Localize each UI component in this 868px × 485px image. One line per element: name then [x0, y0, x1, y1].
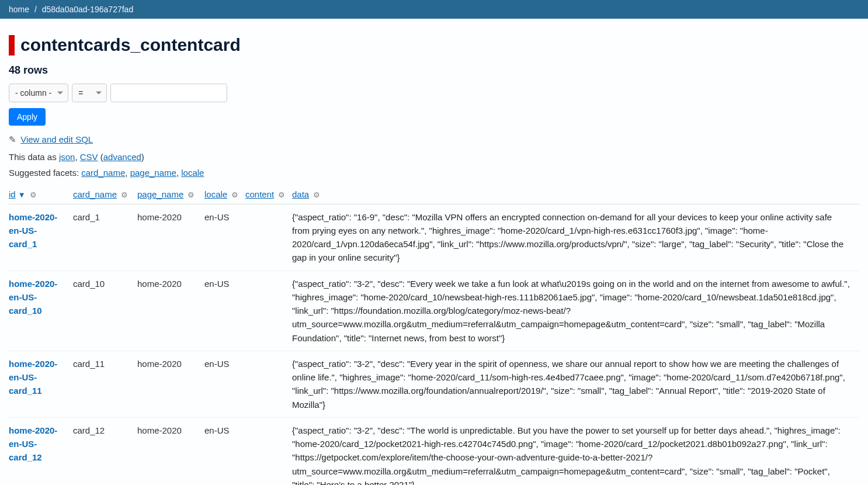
data-as-prefix: This data as [9, 152, 59, 162]
cell-card_name: card_12 [73, 417, 137, 485]
cell-page_name: home-2020 [137, 417, 204, 485]
col-page_name: page_name ⚙ [137, 186, 204, 205]
breadcrumb-home[interactable]: home [9, 5, 29, 14]
cell-card_name: card_10 [73, 271, 137, 351]
chevron-down-icon [57, 91, 63, 94]
row-id-link[interactable]: home-2020-en-US-card_10 [9, 279, 57, 316]
cell-locale: en-US [204, 204, 245, 271]
col-sort-data[interactable]: data [292, 189, 309, 199]
cell-locale: en-US [204, 417, 245, 485]
breadcrumb-db[interactable]: d58da0a0ad-196a727fad [42, 5, 134, 14]
row-id-link[interactable]: home-2020-en-US-card_11 [9, 359, 57, 396]
col-sort-card_name[interactable]: card_name [73, 189, 117, 199]
col-sort-locale[interactable]: locale [204, 189, 227, 199]
gear-icon[interactable]: ⚙ [278, 190, 285, 199]
gear-icon[interactable]: ⚙ [121, 190, 128, 199]
data-table: id ▼ ⚙ card_name ⚙ page_name ⚙ locale ⚙ [9, 186, 859, 486]
facets-prefix: Suggested facets: [9, 168, 81, 178]
breadcrumb-sep: / [34, 5, 37, 14]
cell-id: home-2020-en-US-card_12 [9, 417, 73, 485]
cell-id: home-2020-en-US-card_11 [9, 351, 73, 417]
cell-id: home-2020-en-US-card_10 [9, 271, 73, 351]
export-json-link[interactable]: json [59, 152, 75, 162]
cell-content [245, 204, 292, 271]
cell-page_name: home-2020 [137, 271, 204, 351]
facet-link[interactable]: page_name [130, 168, 176, 178]
col-sort-id[interactable]: id [9, 189, 16, 199]
col-data: data ⚙ [292, 186, 859, 205]
cell-page_name: home-2020 [137, 351, 204, 417]
row-id-link[interactable]: home-2020-en-US-card_1 [9, 212, 57, 250]
export-advanced-link[interactable]: advanced [103, 152, 141, 162]
data-as-row: This data as json, CSV (advanced) [9, 152, 859, 162]
table-row: home-2020-en-US-card_12card_12home-2020e… [9, 417, 859, 485]
gear-icon[interactable]: ⚙ [188, 190, 195, 199]
breadcrumb: home / d58da0a0ad-196a727fad [0, 0, 868, 19]
col-locale: locale ⚙ [204, 186, 245, 205]
col-card_name: card_name ⚙ [73, 186, 137, 205]
filter-column-value: - column - [15, 88, 51, 98]
cell-data: {"aspect_ratio": "16-9", "desc": "Mozill… [292, 204, 859, 271]
cell-data: {"aspect_ratio": "3-2", "desc": "The wor… [292, 417, 859, 485]
filter-row: - column - = [9, 84, 859, 102]
col-content: content ⚙ [245, 186, 292, 205]
filter-column-select[interactable]: - column - [9, 84, 68, 102]
apply-button[interactable]: Apply [9, 108, 46, 126]
filter-op-value: = [78, 88, 83, 98]
row-count: 48 rows [9, 64, 859, 77]
cell-card_name: card_1 [73, 204, 137, 271]
row-id-link[interactable]: home-2020-en-US-card_12 [9, 425, 57, 463]
cell-content [245, 417, 292, 485]
cell-content [245, 271, 292, 351]
filter-value-input[interactable] [110, 84, 227, 102]
cell-id: home-2020-en-US-card_1 [9, 204, 73, 271]
table-row: home-2020-en-US-card_10card_10home-2020e… [9, 271, 859, 351]
gear-icon[interactable]: ⚙ [313, 190, 320, 199]
filter-op-select[interactable]: = [72, 84, 107, 102]
page-title: contentcards_contentcard [9, 35, 859, 56]
cell-data: {"aspect_ratio": "3-2", "desc": "Every w… [292, 271, 859, 351]
table-row: home-2020-en-US-card_11card_11home-2020e… [9, 351, 859, 417]
cell-card_name: card_11 [73, 351, 137, 417]
export-csv-link[interactable]: CSV [80, 152, 98, 162]
gear-icon[interactable]: ⚙ [231, 190, 238, 199]
sort-desc-icon: ▼ [18, 190, 26, 199]
facet-link[interactable]: locale [181, 168, 204, 178]
cell-page_name: home-2020 [137, 204, 204, 271]
table-row: home-2020-en-US-card_1card_1home-2020en-… [9, 204, 859, 271]
col-sort-content[interactable]: content [245, 189, 274, 199]
chevron-down-icon [96, 91, 102, 94]
facets-row: Suggested facets: card_name, page_name, … [9, 168, 859, 178]
view-edit-sql-link[interactable]: View and edit SQL [20, 134, 93, 144]
col-id: id ▼ ⚙ [9, 186, 73, 205]
col-sort-page_name[interactable]: page_name [137, 189, 183, 199]
cell-locale: en-US [204, 351, 245, 417]
facet-link[interactable]: card_name [81, 168, 125, 178]
cell-data: {"aspect_ratio": "3-2", "desc": "Every y… [292, 351, 859, 417]
gear-icon[interactable]: ⚙ [30, 190, 37, 199]
cell-content [245, 351, 292, 417]
pencil-icon: ✎ [9, 134, 16, 144]
cell-locale: en-US [204, 271, 245, 351]
sql-link-row: ✎ View and edit SQL [9, 134, 859, 145]
